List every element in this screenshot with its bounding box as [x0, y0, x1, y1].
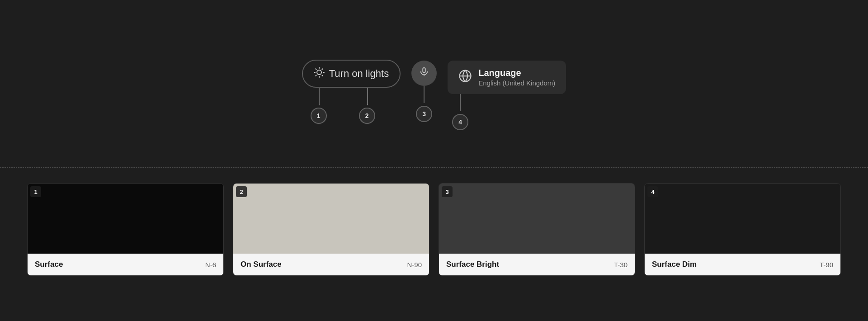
language-info: Language English (United Kingdom)	[478, 68, 555, 87]
svg-line-7	[316, 75, 316, 76]
swatch-name-surface: Surface	[35, 260, 63, 269]
turn-on-lights-button[interactable]: Turn on lights	[302, 60, 401, 88]
swatch-name-surface-dim: Surface Dim	[652, 260, 697, 269]
swatch-surface-dim: 4 Surface Dim T-90	[644, 183, 841, 276]
swatch-code-surface-dim: T-90	[820, 261, 833, 269]
swatch-label-on-surface: On Surface N-90	[233, 254, 429, 275]
swatch-code-on-surface: N-90	[407, 261, 422, 269]
badge-2: 2	[359, 108, 375, 124]
swatch-name-surface-bright: Surface Bright	[446, 260, 499, 269]
language-card: Language English (United Kingdom)	[448, 61, 566, 94]
mic-button[interactable]	[411, 61, 437, 86]
swatch-color-surface-dim	[645, 184, 840, 254]
swatch-on-surface: 2 On Surface N-90	[233, 183, 429, 276]
swatch-label-surface: Surface N-6	[28, 254, 223, 275]
svg-point-12	[367, 104, 368, 105]
swatch-color-on-surface	[233, 184, 429, 254]
swatch-label-surface-bright: Surface Bright T-30	[439, 254, 635, 275]
badge-3: 3	[416, 106, 432, 122]
swatch-label-surface-dim: Surface Dim T-90	[645, 254, 840, 275]
swatch-code-surface-bright: T-30	[614, 261, 627, 269]
svg-point-0	[317, 70, 321, 75]
globe-icon	[458, 69, 472, 86]
swatch-surface: 1 Surface N-6	[27, 183, 224, 276]
lights-button-wrap: Turn on lights 1 2	[302, 60, 401, 88]
swatch-number-3: 3	[442, 186, 453, 197]
language-title: Language	[478, 68, 555, 78]
swatch-number-1: 1	[30, 186, 41, 197]
color-swatches-section: 1 Surface N-6 2 On Surface N-90 3 Surfac…	[0, 174, 868, 285]
mic-icon	[419, 67, 429, 80]
badge-4: 4	[452, 114, 468, 130]
mic-button-wrap: 3	[411, 60, 437, 86]
swatch-number-4: 4	[647, 186, 658, 197]
swatch-surface-bright: 3 Surface Bright T-30	[439, 183, 635, 276]
language-subtitle: English (United Kingdom)	[478, 79, 555, 87]
svg-line-4	[322, 75, 322, 76]
swatch-color-surface-bright	[439, 184, 635, 254]
svg-point-10	[319, 104, 320, 105]
section-divider	[0, 167, 868, 168]
lights-button-label: Turn on lights	[329, 68, 389, 80]
swatch-color-surface	[28, 184, 223, 254]
badge-1: 1	[311, 108, 327, 124]
sun-icon	[314, 67, 325, 80]
swatch-number-2: 2	[236, 186, 247, 197]
svg-line-8	[322, 69, 322, 69]
swatch-name-on-surface: On Surface	[241, 260, 282, 269]
language-card-wrap: Language English (United Kingdom) 4	[448, 60, 566, 94]
swatch-code-surface: N-6	[205, 261, 216, 269]
svg-line-3	[316, 69, 316, 69]
